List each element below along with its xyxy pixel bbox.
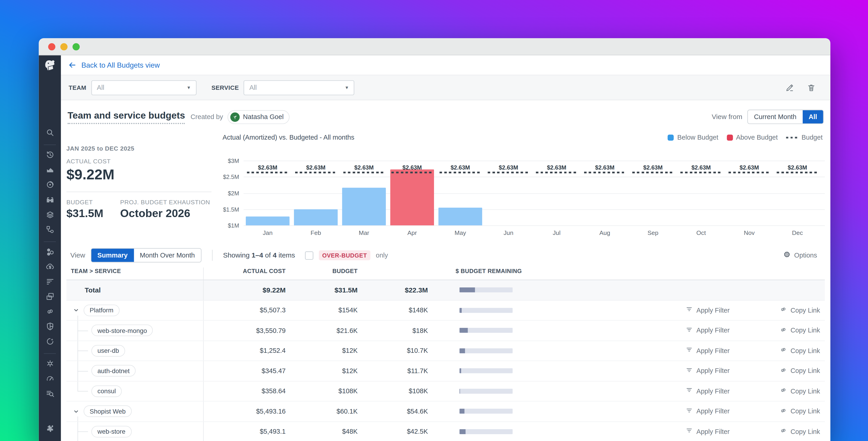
copy-link-button[interactable]: Copy Link: [779, 366, 820, 376]
security-icon: [45, 322, 55, 333]
legend-item[interactable]: Above Budget: [726, 134, 778, 141]
over-budget-badge[interactable]: OVER-BUDGET: [319, 250, 370, 260]
apply-filter-button[interactable]: Apply Filter: [685, 366, 730, 376]
close-window-button[interactable]: [48, 43, 56, 50]
zoom-window-button[interactable]: [72, 43, 80, 50]
apply-filter-button[interactable]: Apply Filter: [685, 427, 730, 436]
legend-item[interactable]: Budget: [786, 134, 823, 141]
sidebar-item-monitors[interactable]: [43, 375, 57, 384]
sidebar-item-error-tracking[interactable]: [43, 360, 57, 369]
desktop-background: Back to All Budgets view TEAM All ▼ SERV…: [0, 0, 868, 441]
apply-filter-button[interactable]: Apply Filter: [685, 407, 730, 416]
bar-feb[interactable]: [294, 209, 338, 225]
x-axis-label: Jun: [492, 229, 525, 236]
apply-filter-label: Apply Filter: [696, 428, 730, 436]
chevron-down-icon[interactable]: [73, 408, 79, 414]
budget-progress-track: [460, 429, 513, 434]
legend-item[interactable]: Below Budget: [668, 134, 718, 141]
sidebar-item-metrics[interactable]: [43, 166, 57, 175]
creator-pill[interactable]: Natasha Goel: [227, 110, 290, 124]
budget-line-label: $2.63M: [588, 164, 621, 170]
copy-link-button[interactable]: Copy Link: [779, 326, 820, 335]
sidebar-item-infrastructure[interactable]: [43, 211, 57, 220]
budget-line-segment: [488, 172, 529, 173]
edit-pencil-icon[interactable]: [785, 83, 795, 92]
budget-line-segment: [777, 172, 818, 173]
actual-cost-cell: $5,493.1: [204, 428, 286, 436]
gridline: [244, 225, 825, 226]
trash-icon[interactable]: [807, 83, 816, 92]
sidebar-item-ci-pipelines[interactable]: [43, 308, 57, 317]
service-pill[interactable]: web-store-mongo: [91, 325, 153, 336]
sidebar-item-rum[interactable]: [43, 293, 57, 302]
copy-link-button[interactable]: Copy Link: [779, 305, 820, 315]
team-pill[interactable]: Shopist Web: [84, 406, 132, 417]
apply-filter-button[interactable]: Apply Filter: [685, 386, 730, 396]
copy-link-button[interactable]: Copy Link: [779, 427, 820, 436]
copy-link-button[interactable]: Copy Link: [779, 386, 820, 396]
sidebar-item-service-map[interactable]: [43, 226, 57, 235]
link-icon: [779, 346, 787, 355]
service-filter-select[interactable]: All ▼: [244, 80, 354, 95]
service-pill[interactable]: web-store: [91, 426, 131, 437]
datadog-logo-icon[interactable]: [42, 58, 57, 75]
sidebar-item-apm[interactable]: [43, 181, 57, 190]
apply-filter-button[interactable]: Apply Filter: [685, 346, 730, 355]
sidebar-item-llm-observability[interactable]: [43, 338, 57, 347]
only-label: only: [376, 251, 388, 259]
service-pill[interactable]: auth-dotnet: [91, 365, 136, 377]
team-filter-select[interactable]: All ▼: [91, 80, 196, 95]
apply-filter-button[interactable]: Apply Filter: [685, 305, 730, 315]
sidebar-item-search[interactable]: [43, 129, 57, 139]
chart-plot: $1M$1.5M$2M$2.5M$3M$2.63MJan$2.63MFeb$2.…: [222, 158, 825, 241]
gridline: [244, 177, 825, 177]
tab-summary[interactable]: Summary: [91, 248, 134, 262]
tab-month-over-month[interactable]: Month Over Month: [134, 248, 201, 262]
filter-icon: [685, 386, 693, 396]
filter-icon: [685, 326, 693, 335]
apply-filter-button[interactable]: Apply Filter: [685, 326, 730, 335]
sidebar-item-watchdog[interactable]: [43, 196, 57, 205]
sidebar-item-integrations[interactable]: [43, 425, 57, 434]
x-axis-label: Jul: [540, 229, 573, 236]
apply-filter-label: Apply Filter: [696, 306, 730, 314]
over-budget-checkbox[interactable]: [305, 251, 313, 259]
chevron-down-icon[interactable]: [73, 307, 79, 313]
table-row: web-store-mongo$3,550.79$21.6K$18KApply …: [66, 321, 825, 341]
view-from-current-month-button[interactable]: Current Month: [748, 110, 802, 123]
options-button[interactable]: Options: [782, 250, 817, 260]
bar-mar[interactable]: [342, 188, 386, 225]
budget-line-segment: [680, 172, 722, 173]
team-filter-label: TEAM: [69, 84, 86, 91]
tree-cell: Total: [66, 280, 204, 300]
budget-progress-track: [460, 368, 513, 373]
copy-link-button[interactable]: Copy Link: [779, 407, 820, 416]
service-pill[interactable]: consul: [91, 385, 122, 397]
service-pill[interactable]: user-db: [91, 345, 125, 356]
budget-line-segment: [439, 172, 481, 173]
sidebar-item-history[interactable]: [43, 151, 57, 160]
bar-apr[interactable]: [391, 169, 434, 225]
row-label: Total: [66, 286, 101, 294]
team-pill[interactable]: Platform: [84, 304, 120, 316]
page-title: Team and service budgets: [68, 110, 185, 124]
budget-line-label: $2.63M: [299, 164, 332, 170]
back-to-all-budgets-link[interactable]: Back to All Budgets view: [81, 61, 160, 69]
sidebar-item-logs[interactable]: [43, 278, 57, 288]
bar-may[interactable]: [439, 208, 482, 226]
copy-link-label: Copy Link: [790, 306, 820, 314]
row-actions: Apply FilterCopy Link: [517, 402, 825, 421]
copy-link-button[interactable]: Copy Link: [779, 346, 820, 355]
back-arrow-icon[interactable]: [68, 61, 76, 69]
bar-jan[interactable]: [246, 216, 289, 226]
sidebar-item-cloud-cost[interactable]: [43, 263, 57, 272]
view-from-all-button[interactable]: All: [802, 110, 823, 123]
sidebar-item-processes[interactable]: [43, 248, 57, 258]
remaining-cell: $18K: [358, 326, 428, 334]
sidebar-item-audit-trail[interactable]: [43, 390, 57, 399]
sidebar-item-security[interactable]: [43, 323, 57, 332]
budget-cell: $12K: [286, 347, 358, 355]
minimize-window-button[interactable]: [60, 43, 68, 50]
budget-line-segment: [536, 172, 578, 173]
budget-progress-track: [460, 308, 513, 313]
